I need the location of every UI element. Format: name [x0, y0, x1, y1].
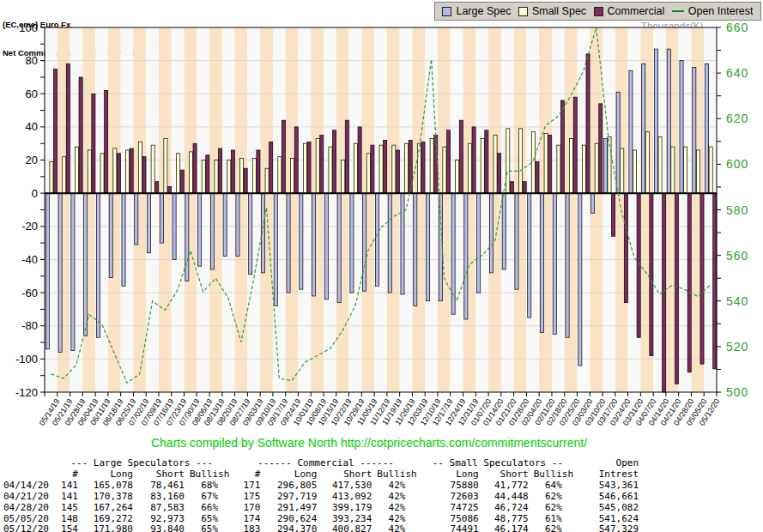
y-axis-label: 20	[26, 154, 38, 166]
date-cell: 04/21/20	[3, 492, 54, 503]
large-spec-bar	[705, 64, 709, 194]
commercial-bar	[624, 193, 627, 303]
commercial-bar	[548, 136, 552, 194]
large-spec-bar	[528, 193, 531, 317]
column-header: #	[234, 469, 265, 481]
small-spec-bar	[342, 160, 345, 194]
large-spec-bar	[427, 193, 430, 301]
value-cell: 92,973	[138, 514, 190, 525]
date-cell: 05/05/20	[3, 514, 54, 525]
large-spec-bar	[337, 193, 341, 303]
commercial-bar	[560, 100, 564, 193]
value-cell: 62%	[534, 524, 578, 532]
large-spec-bar	[96, 193, 100, 337]
commercial-bar	[307, 142, 311, 193]
large-spec-bar	[45, 193, 49, 349]
value-cell: 174	[234, 514, 265, 525]
column-header: Short	[484, 469, 534, 481]
commercial-bar	[193, 143, 197, 193]
value-cell: 42%	[377, 503, 421, 514]
column-header: Short	[322, 469, 377, 481]
right-axis-label: 540	[726, 294, 748, 308]
commercial-bar	[586, 54, 590, 193]
table-row: 04/28/20145167,26487,58366%170291,497399…	[3, 503, 644, 514]
value-cell: 62%	[534, 503, 578, 514]
large-spec-bar	[350, 193, 354, 293]
table-column-header-row: #LongShortBullish#LongShortBullishLongSh…	[3, 469, 644, 481]
small-spec-bar	[570, 138, 573, 193]
column-header: Intrest	[578, 469, 644, 481]
commercial-bar	[700, 193, 704, 364]
value-cell: 48,775	[484, 514, 534, 525]
value-cell: 170	[234, 503, 265, 514]
y-axis-label: -80	[21, 319, 38, 332]
value-cell: 67%	[190, 492, 234, 503]
small-spec-bar	[684, 147, 687, 193]
cot-data-table: --- Large Speculators --------- Commerci…	[3, 458, 644, 532]
column-header	[3, 469, 54, 481]
commercial-bar	[167, 186, 171, 193]
value-cell: 141	[54, 492, 83, 503]
commercial-bar	[105, 90, 108, 193]
commercial-bar	[294, 127, 298, 193]
value-cell: 93,840	[138, 524, 190, 532]
small-spec-bar	[291, 159, 294, 194]
small-spec-bar	[126, 150, 130, 193]
small-spec-bar	[621, 148, 624, 193]
y-axis-label: 80	[26, 54, 38, 67]
y-axis-label: 60	[26, 88, 38, 100]
value-cell: 72603	[422, 492, 484, 503]
small-spec-bar	[468, 143, 471, 193]
value-cell: 65%	[190, 514, 234, 525]
small-spec-bar	[329, 147, 332, 193]
value-cell: 42%	[377, 524, 421, 532]
commercial-bar	[257, 150, 260, 193]
large-spec-bar	[300, 193, 303, 289]
column-header: Long	[83, 469, 138, 481]
large-spec-bar	[477, 193, 481, 293]
small-spec-bar	[189, 152, 192, 193]
y-axis-label: -100	[15, 353, 38, 366]
commercial-bar	[117, 154, 120, 193]
large-spec-bar	[388, 193, 391, 293]
small-spec-bar	[582, 145, 585, 193]
small-spec-bar	[100, 154, 104, 193]
large-spec-bar	[566, 193, 569, 337]
group-header-open: Open	[578, 458, 644, 469]
value-cell: 46,174	[484, 524, 534, 532]
column-header: Long	[265, 469, 322, 481]
commercial-bar	[599, 104, 603, 193]
value-cell: 74491	[422, 524, 484, 532]
large-spec-bar	[185, 193, 189, 281]
right-axis-label: 520	[726, 340, 748, 354]
commercial-bar	[687, 193, 691, 372]
column-header: Bullish	[190, 469, 234, 481]
small-spec-bar	[494, 136, 497, 194]
value-cell: 42%	[377, 492, 421, 503]
value-cell: 541,624	[578, 514, 644, 525]
commercial-bar	[54, 69, 58, 193]
commercial-bar	[269, 142, 273, 193]
value-cell: 400,827	[322, 524, 377, 532]
small-spec-bar	[303, 143, 306, 193]
small-spec-bar	[138, 142, 142, 193]
value-cell: 145	[54, 503, 83, 514]
large-spec-bar	[135, 193, 138, 245]
small-spec-bar	[240, 159, 244, 194]
small-spec-bar	[75, 147, 78, 193]
small-spec-bar	[443, 147, 446, 193]
value-cell: 291,497	[265, 503, 322, 514]
value-cell: 148	[54, 514, 83, 525]
large-spec-bar	[160, 193, 163, 243]
commercial-bar	[663, 193, 666, 392]
footer-credit: Charts compiled by Software North http:/…	[0, 436, 738, 450]
small-spec-bar	[405, 143, 409, 193]
large-spec-bar	[680, 61, 683, 194]
commercial-bar	[180, 170, 184, 193]
value-cell: 87,583	[138, 503, 190, 514]
right-axis-label: 660	[726, 21, 748, 34]
large-spec-bar	[642, 64, 645, 194]
small-spec-bar	[215, 160, 218, 194]
commercial-bar	[371, 145, 374, 193]
commercial-bar	[498, 154, 501, 193]
